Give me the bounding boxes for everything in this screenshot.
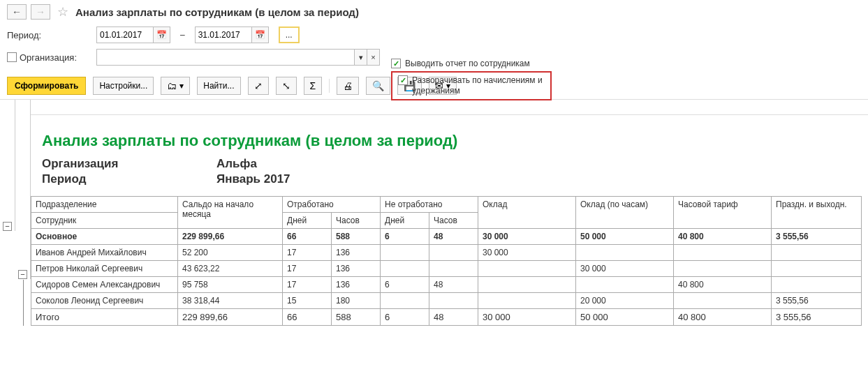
meta-period-label: Период — [42, 172, 216, 186]
variant-icon: 🗂 — [167, 81, 177, 91]
magnifier-icon: 🔍 — [372, 81, 384, 91]
expand-option-highlight: ✓ Разворачивать по начислениям и удержан… — [391, 71, 552, 100]
expand-groups-button[interactable]: ⤢ — [248, 77, 269, 95]
collapse-icon: ⤡ — [282, 81, 290, 91]
report-table: Подразделение Сальдо на начало месяца От… — [31, 196, 862, 326]
table-row[interactable]: Иванов Андрей Михайлович52 2001713630 00… — [31, 245, 862, 261]
th-saldo: Сальдо на начало месяца — [178, 197, 283, 229]
sum-button[interactable]: Σ — [304, 77, 323, 95]
th-worked-days: Дней — [283, 213, 332, 229]
report-title: Анализ зарплаты по сотрудникам (в целом … — [31, 115, 868, 157]
nav-forward-button[interactable]: → — [31, 4, 50, 20]
calendar-icon: 📅 — [255, 30, 265, 40]
org-select-input[interactable] — [96, 49, 355, 66]
th-salary: Оклад — [478, 197, 576, 229]
sigma-icon: Σ — [310, 81, 316, 91]
meta-period-value: Январь 2017 — [216, 172, 857, 186]
find-button[interactable]: Найти... — [197, 77, 240, 95]
nav-back-button[interactable]: ← — [7, 4, 27, 20]
generate-button[interactable]: Сформировать — [7, 77, 86, 95]
th-holidays: Праздн. и выходн. — [772, 197, 862, 229]
table-row[interactable]: Петров Николай Сергеевич43 623,221713630… — [31, 261, 862, 277]
th-not-worked: Не отработано — [381, 197, 478, 213]
tree-collapse-group[interactable]: − — [18, 270, 27, 279]
th-nw-hours: Часов — [429, 213, 478, 229]
org-dropdown-button[interactable]: ▾ — [355, 49, 367, 66]
th-worked: Отработано — [283, 197, 381, 213]
date-to-input[interactable] — [195, 27, 252, 43]
th-salary-hours: Оклад (по часам) — [576, 197, 674, 229]
date-separator: – — [180, 30, 185, 40]
output-by-employee-label: Выводить отчет по сотрудникам — [405, 59, 530, 68]
th-employee: Сотрудник — [31, 213, 178, 229]
period-label: Период: — [7, 30, 91, 40]
meta-org-label: Организация — [42, 157, 216, 171]
th-nw-days: Дней — [381, 213, 429, 229]
favorite-star-icon[interactable]: ☆ — [57, 4, 68, 20]
date-to-calendar-button[interactable]: 📅 — [252, 27, 269, 43]
toolbar-separator — [329, 79, 330, 93]
variant-button[interactable]: 🗂▾ — [161, 77, 190, 95]
group-row[interactable]: Основное 229 899,66 66 588 6 48 30 000 5… — [31, 229, 862, 245]
print-button[interactable]: 🖨 — [337, 77, 359, 95]
preview-button[interactable]: 🔍 — [366, 77, 390, 95]
tree-line — [23, 280, 24, 326]
expand-checkbox[interactable]: ✓ — [398, 75, 408, 85]
table-row[interactable]: Сидоров Семен Александрович95 7581713664… — [31, 277, 862, 293]
expand-label: Разворачивать по начислениям и удержания… — [412, 75, 545, 96]
tree-collapse-root[interactable]: − — [3, 222, 12, 231]
org-clear-button[interactable]: × — [367, 49, 380, 66]
collapse-groups-button[interactable]: ⤡ — [276, 77, 297, 95]
org-filter-label: Организация: — [7, 52, 91, 63]
th-division: Подразделение — [31, 197, 178, 213]
date-from-input[interactable] — [96, 27, 154, 43]
settings-button[interactable]: Настройки... — [93, 77, 154, 95]
output-by-employee-checkbox[interactable]: ✓ — [391, 59, 401, 68]
th-hourly-rate: Часовой тариф — [674, 197, 772, 229]
printer-icon: 🖨 — [343, 81, 353, 91]
th-worked-hours: Часов — [332, 213, 381, 229]
calendar-icon: 📅 — [156, 30, 167, 40]
org-checkbox[interactable] — [7, 52, 17, 62]
date-from-calendar-button[interactable]: 📅 — [154, 27, 170, 43]
table-row[interactable]: Соколов Леонид Сергеевич38 318,441518020… — [31, 293, 862, 309]
expand-icon: ⤢ — [254, 81, 263, 91]
period-picker-button[interactable]: ... — [279, 27, 300, 43]
page-title: Анализ зарплаты по сотрудникам (в целом … — [75, 6, 359, 18]
meta-org-value: Альфа — [216, 157, 857, 171]
total-row: Итого229 899,666658864830 00050 00040 80… — [31, 309, 862, 326]
